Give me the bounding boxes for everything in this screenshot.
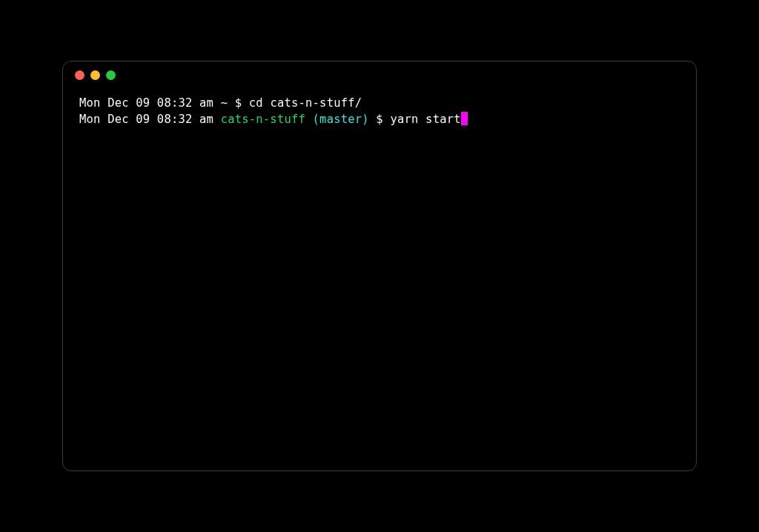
title-bar[interactable] (63, 61, 696, 88)
cursor-block (461, 112, 468, 125)
terminal-window: Mon Dec 09 08:32 am ~ $ cd cats-n-stuff/… (62, 61, 697, 471)
close-icon[interactable] (75, 70, 84, 80)
command-text: yarn start (390, 113, 460, 126)
prompt-directory: cats-n-stuff (221, 113, 313, 126)
maximize-icon[interactable] (106, 70, 116, 80)
command-text: cd cats-n-stuff/ (249, 96, 362, 110)
terminal-line-2: Mon Dec 09 08:32 am cats-n-stuff (master… (79, 112, 680, 128)
prompt-symbol: $ (376, 113, 390, 126)
prompt-timestamp: Mon Dec 09 08:32 am (79, 113, 221, 126)
prompt-branch: (master) (313, 113, 377, 126)
terminal-line-1: Mon Dec 09 08:32 am ~ $ cd cats-n-stuff/ (79, 96, 680, 112)
prompt-tilde: ~ (221, 96, 235, 110)
prompt-timestamp: Mon Dec 09 08:32 am (79, 96, 221, 110)
prompt-symbol: $ (235, 96, 249, 110)
minimize-icon[interactable] (90, 70, 100, 80)
terminal-body[interactable]: Mon Dec 09 08:32 am ~ $ cd cats-n-stuff/… (63, 88, 696, 144)
